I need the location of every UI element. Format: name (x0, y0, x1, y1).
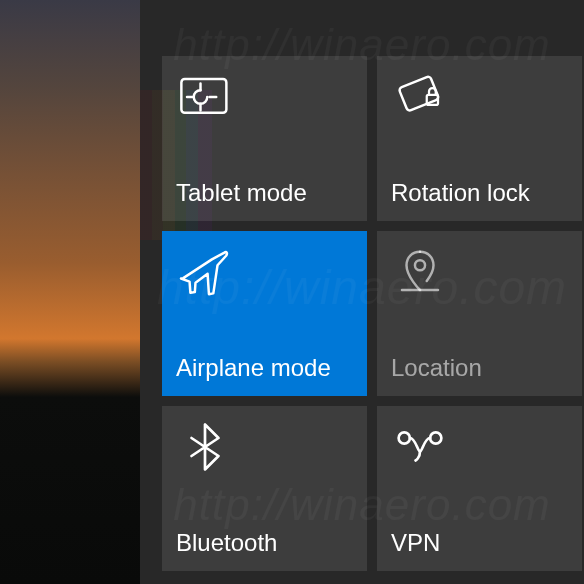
tile-label: Tablet mode (176, 179, 357, 207)
svg-point-5 (399, 432, 410, 443)
tile-label: Rotation lock (391, 179, 572, 207)
tile-location[interactable]: Location (377, 231, 582, 396)
rotation-lock-icon (393, 70, 447, 124)
tile-label: Airplane mode (176, 354, 357, 382)
tile-label: Location (391, 354, 572, 382)
tile-tablet-mode[interactable]: Tablet mode (162, 56, 367, 221)
desktop-wallpaper (0, 0, 140, 584)
action-center-panel: http://winaero.com http://winaero.com ht… (140, 0, 584, 584)
svg-point-6 (430, 432, 441, 443)
location-icon (393, 245, 447, 299)
tile-label: VPN (391, 529, 572, 557)
tile-vpn[interactable]: VPN (377, 406, 582, 571)
bluetooth-icon (178, 420, 232, 474)
tile-label: Bluetooth (176, 529, 357, 557)
screenshot-root: http://winaero.com http://winaero.com ht… (0, 0, 584, 584)
tile-rotation-lock[interactable]: Rotation lock (377, 56, 582, 221)
tile-airplane-mode[interactable]: Airplane mode (162, 231, 367, 396)
tablet-mode-icon (178, 70, 232, 124)
vpn-icon (393, 420, 447, 474)
airplane-mode-icon (178, 245, 232, 299)
quick-action-tiles: Tablet mode Rotation lock (162, 56, 584, 571)
tile-bluetooth[interactable]: Bluetooth (162, 406, 367, 571)
svg-point-3 (415, 260, 425, 270)
